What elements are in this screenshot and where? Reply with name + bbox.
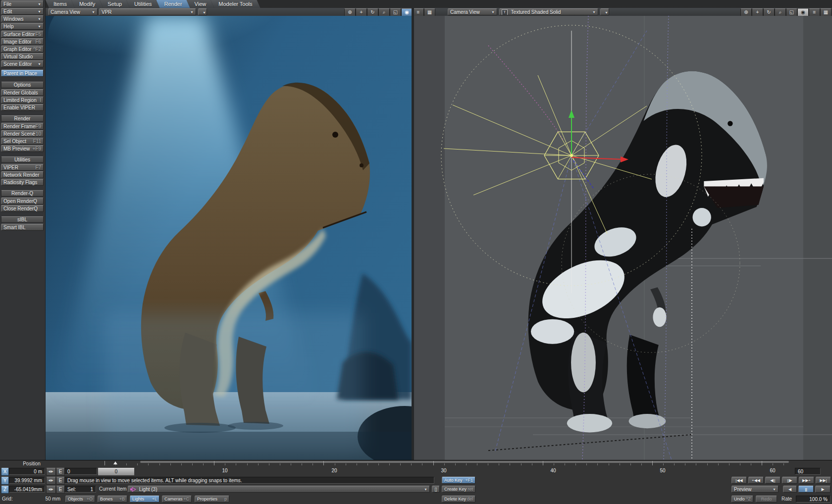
item-properties-mini-button[interactable]: ▯ bbox=[432, 486, 440, 493]
vp1-pan-icon[interactable]: + bbox=[356, 8, 367, 16]
vp1-extra-dropdown[interactable]: ▼ bbox=[198, 8, 207, 15]
windows-menu-button[interactable]: ▼ Windows bbox=[1, 15, 44, 22]
previous-key-button[interactable]: +◀◀ bbox=[748, 477, 764, 484]
tab-modify[interactable]: Modify bbox=[71, 0, 103, 8]
x-position-field[interactable]: 0 m bbox=[9, 468, 45, 475]
vp2-pan-icon[interactable]: + bbox=[752, 8, 763, 16]
tab-items[interactable]: Items bbox=[46, 0, 75, 8]
lights-mode-button[interactable]: +LLights bbox=[130, 496, 159, 503]
viper-button[interactable]: F7VIPER bbox=[1, 164, 44, 171]
go-to-end-button[interactable]: ▶▶| bbox=[816, 477, 831, 484]
tab-view[interactable]: View bbox=[187, 0, 214, 8]
properties-button[interactable]: pProperties bbox=[195, 496, 229, 503]
z-spinner[interactable]: ◀▶ bbox=[46, 486, 56, 494]
vp2-minmax-icon[interactable]: ◱ bbox=[786, 8, 797, 16]
cameras-mode-button[interactable]: +CCameras bbox=[162, 496, 192, 503]
vp1-zoom-icon[interactable]: ⌕ bbox=[378, 8, 390, 16]
vp2-zoom-icon[interactable]: ⌕ bbox=[775, 8, 786, 16]
objects-mode-button[interactable]: +OObjects bbox=[65, 496, 95, 503]
viewport2-canvas[interactable] bbox=[414, 16, 832, 460]
x-axis-button[interactable]: X bbox=[1, 468, 9, 476]
next-key-button[interactable]: ▶▶+ bbox=[799, 477, 814, 484]
open-renderq-button[interactable]: Open RenderQ bbox=[1, 198, 44, 204]
render-frame-button[interactable]: F9Render Frame bbox=[1, 123, 44, 130]
edit-menu-button[interactable]: ▼ Edit bbox=[1, 8, 44, 15]
virtual-studio-button[interactable]: Virtual Studio bbox=[1, 53, 44, 60]
vp2-center-item-icon[interactable]: ⊕ bbox=[740, 8, 752, 16]
x-envelope-button[interactable]: E bbox=[56, 468, 65, 476]
undo-button[interactable]: ^ZUndo bbox=[731, 496, 753, 503]
graph-editor-button[interactable]: ^F2Graph Editor bbox=[1, 46, 44, 52]
x-spinner[interactable]: ◀▶ bbox=[46, 468, 56, 476]
vp1-rotate-icon[interactable]: ↻ bbox=[367, 8, 378, 16]
step-back-button[interactable]: ◀|| bbox=[765, 477, 780, 484]
z-position-field[interactable]: -65.0419mm bbox=[9, 486, 45, 493]
radiosity-flags-button[interactable]: Radiosity Flags bbox=[1, 179, 44, 186]
end-frame-field[interactable]: 60 bbox=[795, 468, 821, 475]
rate-value-field[interactable]: 100.0 % bbox=[796, 496, 831, 503]
vp2-rotate-icon[interactable]: ↻ bbox=[763, 8, 775, 16]
image-editor-button[interactable]: F6Image Editor bbox=[1, 38, 44, 45]
current-item-dropdown[interactable]: ▼ Light (3) bbox=[128, 486, 430, 493]
delete-key-button[interactable]: delDelete Key bbox=[442, 496, 475, 503]
vp2-extra-dropdown[interactable]: ▼ bbox=[600, 8, 609, 15]
viewport1-canvas[interactable] bbox=[46, 16, 412, 460]
auto-key-button[interactable]: +F1Auto Key bbox=[442, 477, 475, 484]
vp1-camera-widget-icon[interactable]: ◉ bbox=[401, 8, 413, 16]
surface-editor-button[interactable]: F5Surface Editor bbox=[1, 31, 44, 38]
pause-button[interactable]: || bbox=[798, 486, 814, 493]
y-position-field[interactable]: 39.9992 mm bbox=[9, 477, 45, 484]
bones-mode-button[interactable]: +BBones bbox=[98, 496, 127, 503]
options-group-header: Options bbox=[1, 82, 44, 88]
y-envelope-button[interactable]: E bbox=[56, 477, 65, 485]
create-key-button[interactable]: retCreate Key bbox=[442, 486, 475, 493]
vp1-minmax-icon[interactable]: ◱ bbox=[390, 8, 401, 16]
bottom-control-panel: Position X 0 m ◀▶ E 0 0 10 20 30 40 50 6… bbox=[0, 460, 832, 504]
vp1-list-icon[interactable]: ≡ bbox=[413, 8, 424, 16]
file-menu-button[interactable]: ▼ File bbox=[1, 0, 44, 7]
z-envelope-button[interactable]: E bbox=[56, 486, 65, 494]
network-render-button[interactable]: Network Render bbox=[1, 171, 44, 178]
parent-in-place-button[interactable]: Parent in Place bbox=[1, 70, 44, 77]
mb-preview-button[interactable]: +F9MB Preview bbox=[1, 145, 44, 152]
y-axis-button[interactable]: Y bbox=[1, 477, 9, 485]
render-globals-button[interactable]: Render Globals bbox=[1, 89, 44, 96]
close-renderq-button[interactable]: Close RenderQ bbox=[1, 205, 44, 212]
go-to-start-button[interactable]: |◀◀ bbox=[731, 477, 747, 484]
z-axis-button[interactable]: Z bbox=[1, 486, 9, 494]
vp2-view-type-dropdown[interactable]: ▼ Camera View bbox=[448, 8, 497, 15]
limited-region-button[interactable]: ILimited Region bbox=[1, 97, 44, 103]
grid-value: 50 mm bbox=[30, 496, 60, 503]
frame-slider-handle[interactable]: 0 bbox=[98, 468, 135, 476]
tab-setup[interactable]: Setup bbox=[100, 0, 130, 8]
chevron-down-icon: ▼ bbox=[190, 9, 194, 15]
z-axis-handle[interactable] bbox=[573, 160, 593, 188]
preview-dropdown[interactable]: ▼ Preview bbox=[731, 486, 779, 493]
smart-ibl-button[interactable]: Smart IBL bbox=[1, 224, 44, 231]
sel-object-button[interactable]: F11Sel Object bbox=[1, 138, 44, 145]
redo-button[interactable]: Redo bbox=[756, 496, 777, 503]
play-forward-button[interactable]: ▶ bbox=[815, 486, 831, 493]
vp1-center-item-icon[interactable]: ⊕ bbox=[344, 8, 356, 16]
right-frame-band bbox=[803, 16, 832, 460]
scene-editor-button[interactable]: ▼ Scene Editor bbox=[1, 60, 44, 67]
tab-modeler-tools[interactable]: Modeler Tools bbox=[210, 0, 260, 8]
vp1-layout-grid-icon[interactable]: ▦ bbox=[424, 8, 435, 16]
render-scene-button[interactable]: F10Render Scene bbox=[1, 130, 44, 137]
tab-render[interactable]: Render bbox=[156, 0, 190, 8]
vp2-shading-mode-dropdown[interactable]: ▼ T Textured Shaded Solid bbox=[499, 8, 598, 15]
help-menu-button[interactable]: ▼ Help bbox=[1, 23, 44, 30]
vp2-layout-grid-icon[interactable]: ▦ bbox=[820, 8, 832, 16]
start-frame-field[interactable]: 0 bbox=[64, 468, 97, 475]
vp2-camera-widget-icon[interactable]: ◉ bbox=[797, 8, 809, 16]
ruler-number: 10 bbox=[217, 468, 232, 473]
tab-utilities[interactable]: Utilities bbox=[126, 0, 159, 8]
vp1-shading-mode-dropdown[interactable]: ▼ VPR bbox=[99, 8, 196, 15]
enable-viper-button[interactable]: Enable VIPER bbox=[1, 104, 44, 111]
vp1-view-type-dropdown[interactable]: ▼ Camera View bbox=[48, 8, 98, 15]
trex-shaded-model[interactable] bbox=[528, 71, 767, 433]
y-spinner[interactable]: ◀▶ bbox=[46, 477, 56, 485]
step-forward-button[interactable]: ||▶ bbox=[782, 477, 797, 484]
play-reverse-button[interactable]: ◀ bbox=[783, 486, 797, 493]
vp2-list-icon[interactable]: ≡ bbox=[809, 8, 820, 16]
